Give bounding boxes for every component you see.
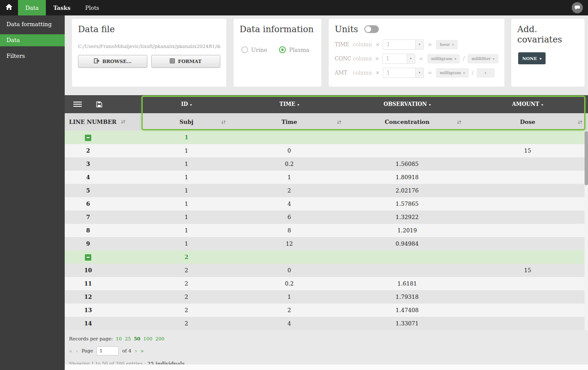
table-row: 7161.32922 xyxy=(65,211,588,224)
sidebar-item-filters[interactable]: Filters xyxy=(0,50,65,62)
dose-cell xyxy=(467,211,588,224)
format-icon xyxy=(170,58,175,65)
concentration-cell: 1.2019 xyxy=(347,224,467,237)
browse-button[interactable]: BROWSE... xyxy=(78,55,147,68)
records-option-100[interactable]: 100 xyxy=(144,336,153,342)
line-number-cell: 8 xyxy=(65,224,141,237)
dose-cell xyxy=(467,304,588,317)
bottom-strip xyxy=(65,364,588,370)
subj-cell: 1 xyxy=(141,211,231,224)
subj-cell: 2 xyxy=(141,290,231,304)
subj-cell: 2 xyxy=(141,317,231,330)
type-header-observation[interactable]: OBSERVATION xyxy=(347,95,467,113)
scrollbar-thumb[interactable] xyxy=(585,131,588,185)
column-header-dose[interactable]: Dose xyxy=(467,113,588,131)
radio-plasma[interactable]: Plasma xyxy=(279,46,309,53)
time-factor-input[interactable]: 1 xyxy=(383,39,424,50)
sidebar: Data formatting Data Filters xyxy=(0,15,65,370)
column-type-header-row: ID TIME OBSERVATION AMOUNT xyxy=(65,95,588,113)
type-header-amount[interactable]: AMOUNT xyxy=(467,95,588,113)
caret-down-icon[interactable] xyxy=(407,54,415,63)
line-number-cell: 11 xyxy=(65,277,141,290)
page-count-label: of 4 xyxy=(122,348,131,354)
next-page-button[interactable]: › xyxy=(135,348,137,354)
caret-down-icon xyxy=(452,42,454,47)
conc-factor-input[interactable]: 1 xyxy=(382,54,415,64)
time-cell: 0.2 xyxy=(231,157,347,171)
sort-icon[interactable] xyxy=(121,119,126,126)
column-header-concentration[interactable]: Concentration xyxy=(347,113,467,131)
records-option-25[interactable]: 25 xyxy=(125,336,131,342)
sidebar-item-data-formatting[interactable]: Data formatting xyxy=(0,18,65,30)
table-row: 4111.80918 xyxy=(65,171,588,184)
subj-cell: 1 xyxy=(141,171,231,184)
caret-down-icon xyxy=(297,101,299,107)
sort-icon[interactable] xyxy=(457,120,462,125)
subj-cell: 1 xyxy=(141,157,231,171)
collapse-group-icon[interactable] xyxy=(85,135,91,141)
concentration-cell: 1.6181 xyxy=(347,277,467,290)
unit-row-time: TIME column × 1 = hour xyxy=(335,39,498,50)
format-button[interactable]: FORMAT xyxy=(151,55,221,68)
column-name-header-row: LINE NUMBER Subj Time Concentration xyxy=(65,113,588,131)
table-row: 14241.33071 xyxy=(65,317,588,330)
group-row: 1 xyxy=(65,131,588,144)
time-unit-select[interactable]: hour xyxy=(436,40,458,49)
covariates-none-button[interactable]: NONE xyxy=(518,52,546,64)
sidebar-item-data[interactable]: Data xyxy=(0,34,65,46)
save-icon[interactable] xyxy=(96,101,102,108)
amt-factor-input[interactable]: 1 xyxy=(383,68,424,78)
home-button[interactable] xyxy=(0,0,18,15)
line-number-cell: 10 xyxy=(65,264,141,277)
caret-down-icon xyxy=(463,71,465,75)
caret-down-icon[interactable] xyxy=(415,40,423,49)
dose-cell xyxy=(467,277,588,290)
tab-plots[interactable]: Plots xyxy=(78,0,107,15)
type-header-id[interactable]: ID xyxy=(141,95,231,113)
subj-cell: 1 xyxy=(141,144,231,157)
group-row: 2 xyxy=(65,250,588,264)
concentration-cell: 1.32922 xyxy=(347,211,467,224)
concentration-cell: 0.94984 xyxy=(347,237,467,250)
time-cell: 0 xyxy=(231,264,347,277)
feedback-button[interactable] xyxy=(572,2,583,13)
tab-tasks[interactable]: Tasks xyxy=(46,0,78,15)
last-page-button[interactable]: » xyxy=(141,348,144,354)
collapse-group-icon[interactable] xyxy=(85,254,91,261)
browse-icon xyxy=(94,58,99,65)
page-input[interactable] xyxy=(96,346,119,355)
first-page-button[interactable]: « xyxy=(69,348,72,354)
conc-volume-unit-select[interactable]: milliliter xyxy=(468,54,498,63)
records-option-10[interactable]: 10 xyxy=(116,336,122,342)
conc-mass-unit-select[interactable]: milligram xyxy=(427,54,460,63)
column-header-line-number[interactable]: LINE NUMBER xyxy=(65,113,141,131)
prev-page-button[interactable]: ‹ xyxy=(76,348,78,354)
subj-cell: 1 xyxy=(141,184,231,197)
caret-down-icon xyxy=(485,71,486,75)
type-header-time[interactable]: TIME xyxy=(231,95,347,113)
amt-unit-select[interactable]: milligram xyxy=(436,68,469,78)
column-header-time[interactable]: Time xyxy=(231,113,347,131)
radio-urine[interactable]: Urine xyxy=(241,46,267,53)
sort-icon[interactable] xyxy=(221,120,226,125)
line-number-cell: 7 xyxy=(65,211,141,224)
sort-icon[interactable] xyxy=(337,120,342,125)
time-cell: 1 xyxy=(231,290,347,304)
records-option-50[interactable]: 50 xyxy=(134,336,140,342)
concentration-cell: 1.33071 xyxy=(347,317,467,330)
table-row: 91120.94984 xyxy=(65,237,588,250)
line-number-cell: 5 xyxy=(65,184,141,197)
table-menu-icon[interactable] xyxy=(73,102,82,107)
concentration-cell: 2.02176 xyxy=(347,184,467,197)
records-option-200[interactable]: 200 xyxy=(156,336,165,342)
sort-icon[interactable] xyxy=(578,120,582,125)
tab-data[interactable]: Data xyxy=(18,0,46,15)
units-toggle[interactable] xyxy=(364,25,379,33)
subj-cell: 1 xyxy=(141,237,231,250)
group-id-cell: 1 xyxy=(141,131,231,144)
amt-per-unit-select[interactable] xyxy=(477,68,495,78)
caret-down-icon xyxy=(541,101,543,107)
caret-down-icon[interactable] xyxy=(415,68,423,78)
column-header-subj[interactable]: Subj xyxy=(141,113,231,131)
dose-cell xyxy=(467,290,588,304)
